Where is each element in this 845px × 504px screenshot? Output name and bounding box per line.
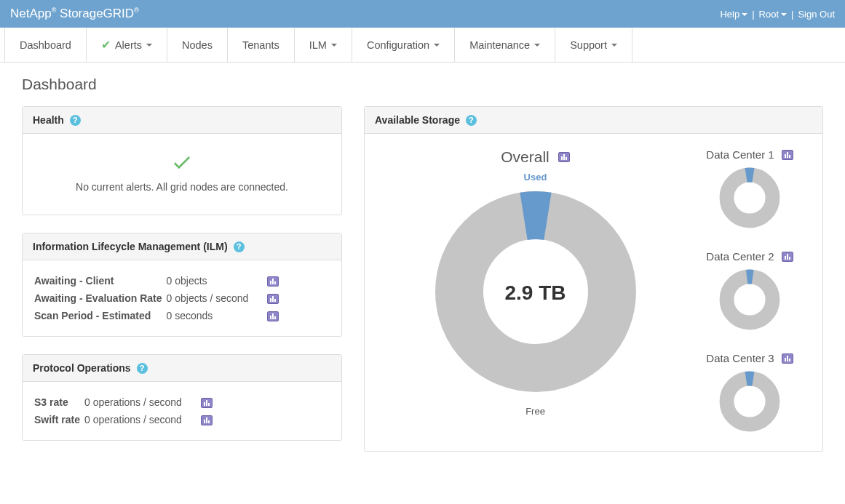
chart-icon[interactable] xyxy=(782,252,793,262)
ilm-table: Awaiting - Client 0 objects Awaiting - E… xyxy=(34,272,283,324)
ilm-scan-period-value: 0 seconds xyxy=(167,307,253,324)
ilm-awaiting-eval-value: 0 objects / second xyxy=(167,289,253,307)
page-content: Dashboard Health ? No current alerts. Al… xyxy=(0,63,845,465)
caret-down-icon xyxy=(434,44,440,47)
overall-label: Overall xyxy=(501,148,550,166)
health-message: No current alerts. All grid nodes are co… xyxy=(34,181,330,193)
brand-product: StorageGRID xyxy=(60,7,134,20)
ilm-title: Information Lifecycle Management (ILM) xyxy=(33,241,228,252)
help-icon[interactable]: ? xyxy=(137,363,148,374)
brand: NetApp® StorageGRID® xyxy=(10,7,139,21)
top-right-links: Help | Root | Sign Out xyxy=(720,9,835,20)
chart-icon[interactable] xyxy=(267,294,279,304)
dc3-label: Data Center 3 xyxy=(706,352,774,364)
chart-icon[interactable] xyxy=(782,150,793,160)
datacenter-1: Data Center 1 xyxy=(684,148,815,233)
storage-panel: Available Storage ? Overall Used xyxy=(364,106,823,452)
table-row: Awaiting - Evaluation Rate 0 objects / s… xyxy=(34,289,283,307)
table-row: Scan Period - Estimated 0 seconds xyxy=(34,307,283,324)
dc1-donut-chart xyxy=(717,165,782,231)
page-title: Dashboard xyxy=(22,76,823,93)
ilm-scan-period-label: Scan Period - Estimated xyxy=(34,307,167,324)
chart-icon[interactable] xyxy=(558,152,570,162)
protocol-swift-value: 0 operations / second xyxy=(84,411,186,428)
datacenter-2: Data Center 2 xyxy=(684,250,815,335)
menu-configuration-label: Configuration xyxy=(367,39,429,51)
table-row: Swift rate 0 operations / second xyxy=(34,411,217,428)
chart-icon[interactable] xyxy=(782,353,793,364)
menu-dashboard[interactable]: Dashboard xyxy=(4,28,87,62)
dc3-donut-chart xyxy=(717,369,782,434)
menu-support[interactable]: Support xyxy=(555,28,632,62)
brand-company: NetApp xyxy=(10,7,52,20)
caret-down-icon xyxy=(781,13,787,16)
menu-ilm[interactable]: ILM xyxy=(295,28,352,62)
chart-icon[interactable] xyxy=(267,276,279,287)
storage-title: Available Storage xyxy=(375,114,460,126)
menu-alerts[interactable]: ✔ Alerts xyxy=(87,28,167,62)
menu-alerts-label: Alerts xyxy=(115,39,142,51)
menu-tenants[interactable]: Tenants xyxy=(228,28,295,62)
protocol-s3-value: 0 operations / second xyxy=(84,393,186,411)
menu-support-label: Support xyxy=(570,39,607,51)
protocol-table: S3 rate 0 operations / second Swift rate… xyxy=(34,393,217,428)
health-panel: Health ? No current alerts. All grid nod… xyxy=(22,106,342,215)
chart-icon[interactable] xyxy=(267,311,279,321)
main-menu: Dashboard ✔ Alerts Nodes Tenants ILM Con… xyxy=(0,28,845,63)
menu-nodes[interactable]: Nodes xyxy=(167,28,228,62)
chart-icon[interactable] xyxy=(201,415,213,425)
ilm-panel: Information Lifecycle Management (ILM) ?… xyxy=(22,233,342,337)
table-row: Awaiting - Client 0 objects xyxy=(34,272,283,289)
menu-configuration[interactable]: Configuration xyxy=(352,28,455,62)
dc2-donut-chart xyxy=(717,267,782,332)
check-icon: ✔ xyxy=(101,38,111,52)
menu-maintenance[interactable]: Maintenance xyxy=(455,28,555,62)
health-panel-heading: Health ? xyxy=(23,107,341,134)
used-label: Used xyxy=(386,172,684,183)
ilm-panel-heading: Information Lifecycle Management (ILM) ? xyxy=(23,233,341,260)
storage-center-value: 2.9 TB xyxy=(504,281,566,305)
dc1-label: Data Center 1 xyxy=(706,148,774,161)
chart-icon[interactable] xyxy=(201,398,213,408)
help-link-label: Help xyxy=(720,9,739,20)
menu-ilm-label: ILM xyxy=(309,39,327,51)
caret-down-icon xyxy=(534,44,540,47)
table-row: S3 rate 0 operations / second xyxy=(34,393,217,411)
protocol-panel-heading: Protocol Operations ? xyxy=(23,355,341,382)
storage-panel-heading: Available Storage ? xyxy=(365,107,822,134)
help-icon[interactable]: ? xyxy=(234,241,245,252)
caret-down-icon xyxy=(611,44,617,47)
dc2-label: Data Center 2 xyxy=(706,250,774,263)
help-icon[interactable]: ? xyxy=(70,115,81,126)
ilm-awaiting-client-value: 0 objects xyxy=(167,272,253,289)
free-label: Free xyxy=(386,406,684,417)
check-icon xyxy=(34,151,330,177)
help-icon[interactable]: ? xyxy=(466,115,477,126)
protocol-swift-label: Swift rate xyxy=(34,411,84,428)
menu-maintenance-label: Maintenance xyxy=(469,39,530,51)
health-title: Health xyxy=(33,114,64,126)
ilm-awaiting-client-label: Awaiting - Client xyxy=(34,272,167,289)
user-menu[interactable]: Root xyxy=(759,9,787,20)
caret-down-icon xyxy=(331,44,337,47)
protocol-s3-label: S3 rate xyxy=(34,393,84,411)
caret-down-icon xyxy=(742,13,747,16)
overall-title: Overall xyxy=(501,148,570,166)
protocol-title: Protocol Operations xyxy=(33,362,131,374)
caret-down-icon xyxy=(146,44,152,47)
protocol-panel: Protocol Operations ? S3 rate 0 operatio… xyxy=(22,354,342,441)
ilm-awaiting-eval-label: Awaiting - Evaluation Rate xyxy=(34,289,167,307)
top-bar: NetApp® StorageGRID® Help | Root | Sign … xyxy=(0,0,845,28)
datacenter-3: Data Center 3 xyxy=(684,352,815,436)
user-menu-label: Root xyxy=(759,9,779,20)
overall-donut-chart: 2.9 TB xyxy=(427,183,645,403)
sign-out-link[interactable]: Sign Out xyxy=(798,9,835,20)
help-link[interactable]: Help xyxy=(720,9,747,20)
